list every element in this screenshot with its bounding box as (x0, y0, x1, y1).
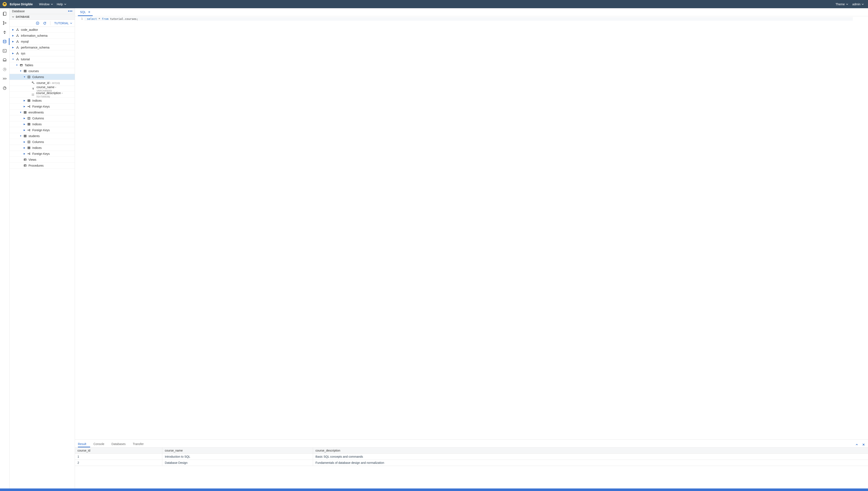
chevron-down-icon: ▼ (23, 76, 26, 78)
schema-icon (16, 46, 19, 49)
svg-point-36 (33, 94, 34, 95)
chevron-right-icon: ▶ (23, 105, 26, 108)
menu-help[interactable]: Help (55, 2, 68, 7)
table-row[interactable]: 1 Introduction to SQL Basic SQL concepts… (75, 454, 868, 460)
activity-database-icon[interactable] (2, 39, 7, 44)
activity-inbox-icon[interactable] (2, 58, 7, 63)
svg-point-43 (30, 107, 30, 107)
schema-node[interactable]: ▶ mysql (9, 38, 75, 45)
columns-node[interactable]: ▶ Columns (9, 115, 75, 121)
result-table: course_id course_name course_description… (75, 447, 868, 466)
chevron-right-icon: ▶ (23, 99, 26, 102)
schema-icon (16, 58, 19, 61)
svg-rect-52 (28, 147, 30, 149)
columns-node-courses[interactable]: ▼ Columns (9, 74, 75, 80)
svg-rect-46 (28, 123, 30, 125)
theme-menu[interactable]: Theme (834, 2, 850, 7)
activity-terminal-icon[interactable] (2, 48, 7, 53)
svg-point-9 (17, 28, 18, 29)
sidebar-header: Database ••• (9, 8, 75, 14)
chevron-down-icon: ▼ (20, 70, 22, 72)
refresh-button[interactable] (43, 22, 47, 25)
activity-flow-icon[interactable] (2, 76, 7, 81)
activity-projects-icon[interactable] (2, 11, 7, 16)
columns-icon (27, 75, 31, 79)
svg-point-4 (3, 40, 6, 41)
close-icon[interactable]: ✕ (88, 10, 90, 14)
svg-rect-56 (24, 159, 26, 161)
tab-result[interactable]: Result (78, 441, 90, 447)
tables-node[interactable]: ▼ Tables (9, 62, 75, 68)
svg-rect-45 (28, 117, 30, 119)
column-node[interactable]: course_description - TEXT(65535) (9, 92, 75, 98)
activity-bar (0, 8, 9, 488)
columns-node[interactable]: ▶ Columns (9, 139, 75, 145)
close-icon[interactable] (862, 443, 865, 446)
sidebar-section-database[interactable]: DATABASE (9, 14, 75, 20)
chevron-down-icon (862, 3, 864, 5)
activity-dashboard-icon[interactable] (2, 85, 7, 90)
table-node-courses[interactable]: ▼ courses (9, 68, 75, 74)
chevron-down-icon (51, 3, 53, 5)
schema-node[interactable]: ▶ code_auditor (9, 27, 75, 33)
chevron-down-icon: ▼ (20, 135, 22, 137)
chevron-right-icon: ▶ (12, 40, 14, 42)
editor-area: SQL ✕ 1 select * from tutorial.courses; … (75, 8, 868, 488)
menu-window[interactable]: Window (37, 2, 55, 7)
svg-point-1 (3, 21, 4, 22)
user-menu[interactable]: admin (851, 2, 865, 7)
fk-icon (27, 152, 31, 155)
database-selector[interactable]: TUTORIAL (54, 22, 72, 25)
column-header[interactable]: course_description (313, 447, 868, 454)
schema-node[interactable]: ▶ sys (9, 50, 75, 56)
foreign-keys-node[interactable]: ▶ Foreign Keys (9, 127, 75, 133)
run-button[interactable] (36, 22, 39, 25)
code-area[interactable]: select * from tutorial.courses; (84, 16, 868, 439)
fk-icon (27, 128, 31, 132)
column-node[interactable]: course_id - INT(10) (9, 80, 75, 86)
foreign-keys-node[interactable]: ▶ Foreign Keys (9, 104, 75, 110)
activity-git-icon[interactable] (2, 21, 7, 26)
svg-rect-44 (24, 111, 26, 113)
svg-point-54 (30, 153, 30, 153)
table-node-enrollments[interactable]: ▼ enrollments (9, 110, 75, 115)
foreign-keys-node[interactable]: ▶ Foreign Keys (9, 151, 75, 157)
chevron-down-icon (64, 3, 66, 5)
chevron-right-icon: ▶ (23, 147, 26, 149)
procedures-node[interactable]: ▶ Procedures (9, 163, 75, 169)
svg-rect-57 (24, 165, 26, 166)
schema-icon (16, 28, 19, 31)
svg-point-35 (33, 94, 33, 95)
schema-node-tutorial[interactable]: ▼ tutorial (9, 56, 75, 62)
column-header[interactable]: course_id (75, 447, 162, 454)
editor-tab-sql[interactable]: SQL ✕ (78, 9, 93, 16)
indices-node[interactable]: ▶ Indices (9, 121, 75, 127)
svg-rect-27 (20, 64, 23, 66)
database-tree: ▶ code_auditor ▶ information_schema ▶ my… (9, 27, 75, 488)
svg-rect-29 (28, 76, 30, 78)
indices-node[interactable]: ▶ Indices (9, 98, 75, 104)
activity-history-icon[interactable] (2, 67, 7, 72)
chevron-right-icon: ▶ (12, 34, 14, 37)
activity-debug-icon[interactable] (2, 30, 7, 35)
app-logo-icon (3, 2, 7, 6)
svg-rect-51 (28, 141, 30, 143)
chevron-right-icon: ▶ (23, 152, 26, 155)
table-row[interactable]: 2 Database Design Fundamentals of databa… (75, 460, 868, 466)
sidebar-more-icon[interactable]: ••• (68, 9, 73, 13)
tab-databases[interactable]: Databases (111, 441, 129, 447)
table-node-students[interactable]: ▼ students (9, 133, 75, 139)
indices-node[interactable]: ▶ Indices (9, 145, 75, 151)
chevron-up-icon[interactable] (855, 443, 858, 446)
column-header[interactable]: course_name (162, 447, 313, 454)
column-node[interactable]: course_name - VARCHAR(50) (9, 86, 75, 92)
schema-node[interactable]: ▶ performance_schema (9, 45, 75, 50)
schema-node[interactable]: ▶ information_schema (9, 33, 75, 38)
tab-transfer[interactable]: Transfer (133, 441, 147, 447)
editor-body[interactable]: 1 select * from tutorial.courses; (75, 16, 868, 439)
fk-icon (27, 105, 31, 108)
tab-console[interactable]: Console (93, 441, 108, 447)
folder-icon (23, 158, 27, 161)
views-node[interactable]: ▶ Views (9, 157, 75, 163)
chevron-right-icon: ▶ (23, 123, 26, 125)
